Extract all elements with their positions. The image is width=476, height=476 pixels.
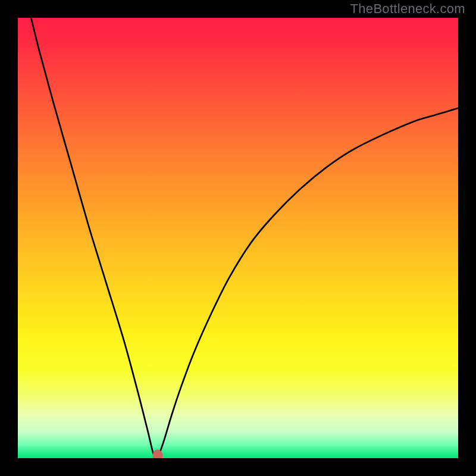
optimum-marker <box>152 450 162 458</box>
svg-rect-0 <box>18 18 458 458</box>
background-gradient <box>18 18 458 458</box>
watermark-text: TheBottleneck.com <box>350 1 465 17</box>
plot-area <box>18 18 458 458</box>
chart-frame: TheBottleneck.com <box>0 0 476 476</box>
